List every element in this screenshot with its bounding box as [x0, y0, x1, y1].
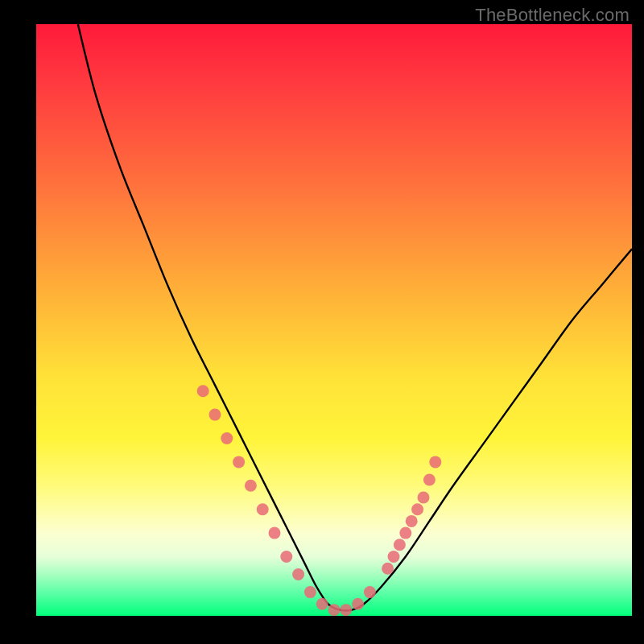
highlight-point [245, 480, 257, 492]
highlight-point [406, 515, 418, 527]
highlight-point [399, 527, 411, 539]
highlight-point [269, 527, 281, 539]
highlight-point [221, 432, 233, 444]
highlight-point [418, 492, 430, 504]
highlight-point [209, 409, 221, 421]
highlight-point [233, 456, 245, 468]
watermark-text: TheBottleneck.com [475, 5, 630, 26]
highlight-point [429, 456, 441, 468]
highlight-point [280, 551, 292, 563]
highlight-point [382, 563, 394, 575]
highlight-point [292, 568, 304, 580]
highlight-markers [197, 385, 442, 616]
plot-area [36, 24, 632, 616]
bottleneck-curve [78, 24, 632, 611]
highlight-point [328, 604, 341, 616]
highlight-point [257, 503, 269, 515]
highlight-point [304, 586, 316, 598]
highlight-point [316, 598, 328, 610]
highlight-point [388, 551, 400, 563]
curve-layer [36, 24, 632, 616]
highlight-point [394, 539, 406, 551]
highlight-point [352, 598, 364, 610]
highlight-point [411, 503, 423, 515]
highlight-point [197, 385, 209, 397]
highlight-point [423, 473, 436, 485]
highlight-point [340, 604, 352, 616]
highlight-point [364, 586, 376, 598]
chart-frame: TheBottleneck.com [0, 0, 644, 644]
